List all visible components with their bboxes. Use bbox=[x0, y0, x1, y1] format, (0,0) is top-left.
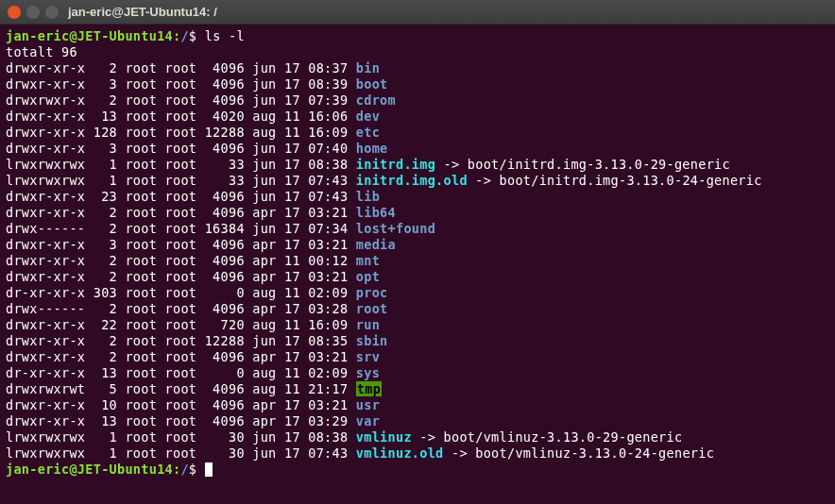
file-meta: drwxr-xr-x 3 root root 4096 jun 17 08:39 bbox=[6, 76, 356, 92]
ls-row: drwxrwxr-x 2 root root 4096 jun 17 07:39… bbox=[6, 92, 829, 109]
file-name: opt bbox=[356, 269, 380, 284]
ls-row: lrwxrwxrwx 1 root root 33 jun 17 07:43 i… bbox=[6, 173, 829, 189]
link-target: -> boot/initrd.img-3.13.0-24-generic bbox=[468, 173, 762, 188]
file-name: bin bbox=[356, 60, 380, 76]
link-target: -> boot/initrd.img-3.13.0-29-generic bbox=[435, 157, 730, 172]
file-meta: drwxr-xr-x 3 root root 4096 apr 17 03:21 bbox=[6, 237, 356, 252]
file-meta: drwxr-xr-x 2 root root 4096 apr 17 03:21 bbox=[6, 349, 356, 364]
file-meta: dr-xr-xr-x 13 root root 0 aug 11 02:09 bbox=[6, 365, 356, 380]
file-name: usr bbox=[356, 397, 380, 412]
file-meta: drwxr-xr-x 3 root root 4096 jun 17 07:40 bbox=[6, 141, 356, 156]
file-meta: drwxrwxrwt 5 root root 4096 aug 11 21:17 bbox=[6, 381, 356, 396]
file-name: lost+found bbox=[356, 221, 435, 236]
file-meta: drwx------ 2 root root 4096 apr 17 03:28 bbox=[6, 301, 356, 316]
command-text: ls -l bbox=[205, 28, 245, 43]
file-meta: lrwxrwxrwx 1 root root 30 jun 17 08:38 bbox=[6, 429, 356, 445]
ls-row: drwxr-xr-x 13 root root 4020 aug 11 16:0… bbox=[6, 109, 829, 125]
file-name: home bbox=[356, 141, 388, 156]
cursor bbox=[205, 462, 213, 477]
prompt-user-host: jan-eric@JET-Ubuntu14 bbox=[6, 28, 173, 43]
file-name: run bbox=[356, 317, 380, 332]
close-icon[interactable] bbox=[8, 6, 21, 19]
file-meta: drwxr-xr-x 2 root root 4096 apr 11 00:12 bbox=[6, 253, 356, 268]
ls-row: lrwxrwxrwx 1 root root 33 jun 17 08:38 i… bbox=[6, 157, 829, 173]
ls-row: drwxr-xr-x 2 root root 4096 apr 17 03:21… bbox=[6, 205, 829, 221]
file-name: dev bbox=[356, 109, 380, 124]
file-name: sys bbox=[356, 365, 380, 380]
file-name: initrd.img bbox=[356, 157, 435, 172]
ls-row: drwxr-xr-x 3 root root 4096 jun 17 07:40… bbox=[6, 141, 829, 157]
file-name: proc bbox=[356, 285, 388, 300]
ls-row: drwxr-xr-x 2 root root 4096 apr 11 00:12… bbox=[6, 253, 829, 269]
file-name: etc bbox=[356, 125, 380, 140]
file-meta: lrwxrwxrwx 1 root root 30 jun 17 07:43 bbox=[6, 445, 356, 461]
file-meta: lrwxrwxrwx 1 root root 33 jun 17 07:43 bbox=[6, 173, 356, 188]
terminal-body[interactable]: jan-eric@JET-Ubuntu14:/$ ls -l totalt 96… bbox=[0, 25, 835, 504]
total-line: totalt 96 bbox=[6, 44, 829, 60]
file-name: sbin bbox=[356, 333, 388, 348]
link-target: -> boot/vmlinuz-3.13.0-29-generic bbox=[412, 429, 683, 445]
ls-row: drwxr-xr-x 3 root root 4096 apr 17 03:21… bbox=[6, 237, 829, 253]
file-meta: drwxr-xr-x 13 root root 4020 aug 11 16:0… bbox=[6, 109, 356, 124]
file-name: vmlinuz bbox=[356, 429, 412, 445]
file-meta: dr-xr-xr-x 303 root root 0 aug 11 02:09 bbox=[6, 285, 356, 300]
prompt-line-2: jan-eric@JET-Ubuntu14:/$ bbox=[6, 462, 829, 478]
file-meta: drwxr-xr-x 10 root root 4096 apr 17 03:2… bbox=[6, 397, 356, 412]
ls-row: drwxr-xr-x 10 root root 4096 apr 17 03:2… bbox=[6, 397, 829, 413]
ls-row: dr-xr-xr-x 13 root root 0 aug 11 02:09 s… bbox=[6, 365, 829, 381]
file-meta: drwxr-xr-x 2 root root 4096 apr 17 03:21 bbox=[6, 205, 356, 220]
ls-row: drwxr-xr-x 22 root root 720 aug 11 16:09… bbox=[6, 317, 829, 333]
file-meta: drwxr-xr-x 2 root root 4096 apr 17 03:21 bbox=[6, 269, 356, 284]
ls-row: drwxr-xr-x 13 root root 4096 apr 17 03:2… bbox=[6, 413, 829, 429]
titlebar: jan-eric@JET-Ubuntu14: / bbox=[0, 0, 835, 25]
file-meta: drwxr-xr-x 22 root root 720 aug 11 16:09 bbox=[6, 317, 356, 332]
file-name: lib bbox=[356, 189, 380, 204]
ls-row: drwxr-xr-x 23 root root 4096 jun 17 07:4… bbox=[6, 189, 829, 205]
ls-row: drwxr-xr-x 2 root root 4096 apr 17 03:21… bbox=[6, 269, 829, 285]
minimize-icon[interactable] bbox=[26, 6, 40, 19]
ls-row: drwxr-xr-x 2 root root 12288 jun 17 08:3… bbox=[6, 333, 829, 349]
file-meta: drwxrwxr-x 2 root root 4096 jun 17 07:39 bbox=[6, 92, 356, 108]
ls-row: lrwxrwxrwx 1 root root 30 jun 17 08:38 v… bbox=[6, 429, 829, 445]
ls-row: drwx------ 2 root root 4096 apr 17 03:28… bbox=[6, 301, 829, 317]
file-name: root bbox=[356, 301, 388, 316]
file-name: lib64 bbox=[356, 205, 396, 220]
ls-row: drwxr-xr-x 3 root root 4096 jun 17 08:39… bbox=[6, 76, 829, 92]
file-meta: drwx------ 2 root root 16384 jun 17 07:3… bbox=[6, 221, 356, 236]
file-name: var bbox=[356, 413, 380, 428]
ls-row: dr-xr-xr-x 303 root root 0 aug 11 02:09 … bbox=[6, 285, 829, 301]
prompt-path: / bbox=[180, 28, 188, 43]
ls-row: lrwxrwxrwx 1 root root 30 jun 17 07:43 v… bbox=[6, 445, 829, 462]
file-name: vmlinuz.old bbox=[356, 445, 444, 461]
file-name: mnt bbox=[356, 253, 380, 268]
file-meta: drwxr-xr-x 2 root root 4096 jun 17 08:37 bbox=[6, 60, 356, 76]
file-name: boot bbox=[356, 76, 388, 92]
file-listing: drwxr-xr-x 2 root root 4096 jun 17 08:37… bbox=[6, 60, 829, 462]
prompt-symbol: $ bbox=[189, 28, 196, 43]
ls-row: drwxr-xr-x 2 root root 4096 apr 17 03:21… bbox=[6, 349, 829, 365]
file-name: media bbox=[356, 237, 396, 252]
file-meta: drwxr-xr-x 2 root root 12288 jun 17 08:3… bbox=[6, 333, 356, 348]
window-controls bbox=[8, 6, 59, 19]
ls-row: drwxr-xr-x 2 root root 4096 jun 17 08:37… bbox=[6, 60, 829, 76]
ls-row: drwxr-xr-x 128 root root 12288 aug 11 16… bbox=[6, 125, 829, 141]
file-meta: lrwxrwxrwx 1 root root 33 jun 17 08:38 bbox=[6, 157, 356, 172]
file-meta: drwxr-xr-x 13 root root 4096 apr 17 03:2… bbox=[6, 413, 356, 428]
file-name: tmp bbox=[356, 381, 382, 396]
file-meta: drwxr-xr-x 128 root root 12288 aug 11 16… bbox=[6, 125, 356, 140]
file-name: srv bbox=[356, 349, 380, 364]
maximize-icon[interactable] bbox=[45, 6, 59, 19]
ls-row: drwx------ 2 root root 16384 jun 17 07:3… bbox=[6, 221, 829, 237]
ls-row: drwxrwxrwt 5 root root 4096 aug 11 21:17… bbox=[6, 381, 829, 397]
file-name: cdrom bbox=[356, 92, 396, 108]
file-name: initrd.img.old bbox=[356, 173, 468, 188]
link-target: -> boot/vmlinuz-3.13.0-24-generic bbox=[444, 445, 715, 461]
file-meta: drwxr-xr-x 23 root root 4096 jun 17 07:4… bbox=[6, 189, 356, 204]
window-title: jan-eric@JET-Ubuntu14: / bbox=[68, 5, 217, 19]
prompt-line: jan-eric@JET-Ubuntu14:/$ ls -l bbox=[6, 28, 829, 44]
